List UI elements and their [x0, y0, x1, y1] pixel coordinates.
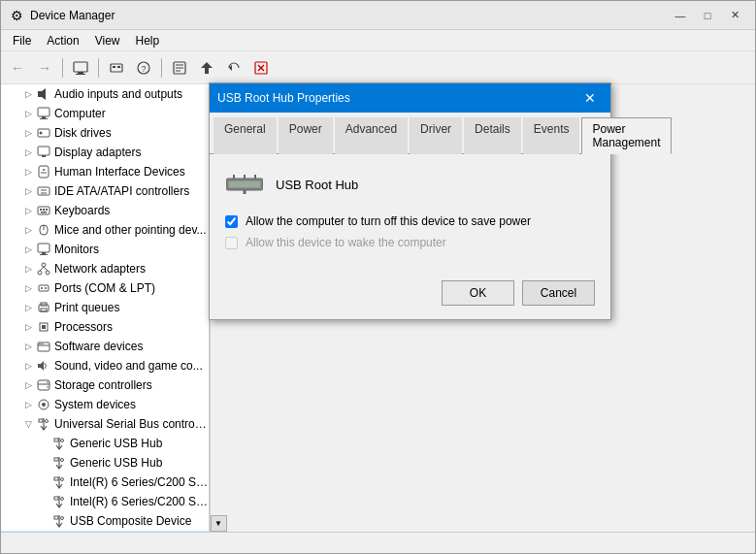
tabs-bar: General Power Advanced Driver Details Ev…: [210, 113, 610, 154]
tab-power[interactable]: Power: [279, 117, 333, 154]
device-header: USB Root Hub: [225, 170, 595, 199]
svg-rect-87: [228, 180, 261, 188]
allow-wake-checkbox[interactable]: [225, 237, 238, 249]
allow-off-label: Allow the computer to turn off this devi…: [246, 214, 531, 228]
dialog-title: USB Root Hub Properties: [217, 91, 577, 105]
tab-events[interactable]: Events: [523, 117, 580, 154]
properties-dialog: USB Root Hub Properties ✕ General Power …: [209, 82, 611, 320]
device-name: USB Root Hub: [276, 178, 358, 192]
allow-off-row: Allow the computer to turn off this devi…: [225, 214, 595, 228]
dialog-title-bar: USB Root Hub Properties ✕: [210, 83, 610, 113]
tab-advanced[interactable]: Advanced: [335, 117, 408, 154]
tab-general[interactable]: General: [214, 117, 277, 154]
tab-details[interactable]: Details: [464, 117, 521, 154]
cancel-button[interactable]: Cancel: [522, 280, 595, 306]
device-icon: [225, 170, 264, 199]
allow-off-checkbox[interactable]: [225, 215, 238, 228]
allow-wake-row: Allow this device to wake the computer: [225, 236, 595, 249]
dialog-close-button[interactable]: ✕: [577, 87, 603, 109]
tab-driver[interactable]: Driver: [410, 117, 462, 154]
dialog-content: USB Root Hub Allow the computer to turn …: [210, 154, 610, 273]
dialog-overlay: USB Root Hub Properties ✕ General Power …: [0, 0, 756, 554]
ok-button[interactable]: OK: [442, 280, 514, 306]
dialog-footer: OK Cancel: [210, 273, 610, 319]
tab-power-management[interactable]: Power Management: [581, 117, 671, 154]
allow-wake-label: Allow this device to wake the computer: [246, 236, 446, 249]
